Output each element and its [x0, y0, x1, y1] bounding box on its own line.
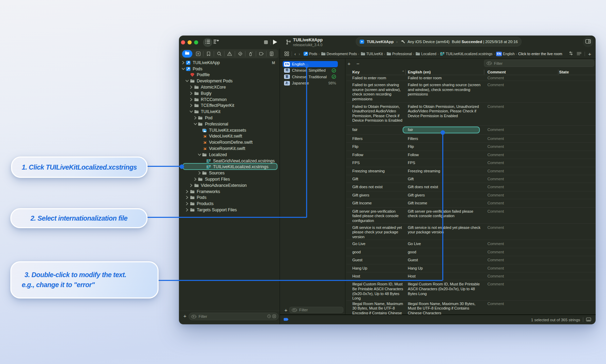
comment-cell[interactable]: Comment: [484, 272, 558, 280]
chevron-right-icon[interactable]: [185, 208, 190, 212]
string-row-10[interactable]: GiftGiftComment: [346, 175, 596, 183]
string-row-4[interactable]: fairfairComment: [346, 126, 596, 135]
key-cell[interactable]: fair: [346, 126, 405, 134]
bookmark-icon[interactable]: [206, 51, 211, 57]
comment-cell[interactable]: Comment: [484, 264, 558, 272]
comment-cell[interactable]: Comment: [484, 256, 558, 264]
comment-cell[interactable]: Comment: [484, 280, 558, 289]
english-cell[interactable]: good: [405, 248, 484, 256]
comment-cell[interactable]: Comment: [484, 103, 558, 111]
key-cell[interactable]: Flip: [346, 143, 405, 151]
english-cell[interactable]: Flip: [405, 143, 484, 151]
editor-sparkle-icon[interactable]: [213, 39, 219, 45]
key-cell[interactable]: Hang Up: [346, 264, 405, 272]
string-row-12[interactable]: Gift giversGift giversComment: [346, 191, 596, 199]
key-cell[interactable]: Failed to enter room: [346, 75, 405, 81]
english-cell[interactable]: Filters: [405, 135, 484, 143]
comment-cell[interactable]: Comment: [484, 167, 558, 175]
key-cell[interactable]: FPS: [346, 159, 405, 167]
column-separator[interactable]: [405, 70, 406, 74]
chevron-right-icon[interactable]: [181, 61, 185, 64]
comment-cell[interactable]: Comment: [484, 301, 558, 308]
chevron-right-icon[interactable]: [189, 85, 194, 89]
toggle-inspector-button[interactable]: [583, 37, 593, 47]
warning-icon[interactable]: [227, 51, 232, 57]
related-items-icon[interactable]: [284, 51, 289, 56]
close-window-button[interactable]: [181, 40, 185, 44]
jumpbar-add-button[interactable]: +: [588, 51, 591, 57]
column-header-state[interactable]: State: [559, 70, 569, 74]
comment-cell[interactable]: Comment: [484, 159, 558, 167]
tree-item-videolivekit-swift[interactable]: VideoLiveKit.swift: [179, 133, 280, 140]
build-status[interactable]: Build Succeeded | 2025/9/18 at 20:16: [452, 40, 518, 44]
jumpbar-segment-tuilivekit[interactable]: TUILiveKit: [361, 51, 383, 56]
tag-icon[interactable]: [259, 51, 264, 57]
string-row-2[interactable]: Failed to get screen sharing source (scr…: [346, 81, 596, 103]
string-row-16[interactable]: Go LiveGo LiveComment: [346, 240, 596, 248]
tree-item-bugly[interactable]: Bugly: [179, 90, 280, 97]
string-row-6[interactable]: FlipFlipComment: [346, 143, 596, 151]
doc-icon[interactable]: [269, 51, 274, 57]
chevron-right-icon[interactable]: [189, 98, 194, 101]
chevron-right-icon[interactable]: [185, 202, 190, 205]
tree-item-voiceroomkit-swift[interactable]: VoiceRoomKit.swift: [179, 145, 280, 152]
english-cell[interactable]: Gift: [405, 175, 484, 183]
english-cell[interactable]: Freezing streaming: [405, 167, 484, 175]
jumpbar-segment-localized[interactable]: Localized: [415, 51, 436, 56]
chevron-down-icon[interactable]: [197, 153, 202, 156]
tree-item-tuilivekitapp[interactable]: TUILiveKitAppM: [179, 60, 280, 66]
string-row-9[interactable]: Freezing streamingFreezing streamingComm…: [346, 167, 596, 175]
string-row-7[interactable]: FollowFollowComment: [346, 151, 596, 159]
string-row-3[interactable]: Failed to Obtain Permission, Unauthorize…: [346, 103, 596, 126]
chevron-right-icon[interactable]: [185, 190, 190, 193]
string-row-1[interactable]: Failed to enter roomFailed to enter room…: [346, 75, 596, 81]
english-cell[interactable]: Illegal Custom Room ID, Must Be Printabl…: [405, 280, 484, 298]
key-cell[interactable]: Host: [346, 272, 405, 280]
language-table-separator[interactable]: [345, 58, 346, 314]
magnifier-icon[interactable]: [216, 51, 222, 57]
chevron-right-icon[interactable]: [197, 171, 202, 175]
string-row-18[interactable]: GuestGuestComment: [346, 256, 596, 264]
string-row-13[interactable]: Gift IncomeGift IncomeComment: [346, 199, 596, 207]
tree-item-tuilivekit-xcassets[interactable]: TUILiveKit.xcassets: [179, 127, 280, 133]
run-button[interactable]: [273, 40, 277, 44]
language-add-button[interactable]: +: [284, 307, 287, 313]
destination-name[interactable]: Any iOS Device (arm64): [407, 40, 450, 44]
tree-item-targets-support-files[interactable]: Targets Support Files: [179, 207, 280, 213]
zoom-window-button[interactable]: [194, 40, 198, 44]
string-row-8[interactable]: FPSFPSComment: [346, 159, 596, 167]
chevron-down-icon[interactable]: [189, 110, 194, 113]
chevron-down-icon[interactable]: [185, 80, 190, 82]
jumpbar-segment-tuilivekitlocalized-xcstrings[interactable]: TUILiveKitLocalized.xcstrings: [440, 51, 493, 56]
english-cell[interactable]: Host: [405, 272, 484, 280]
key-cell[interactable]: Failed to Obtain Permission, Unauthorize…: [346, 103, 405, 125]
column-header-english[interactable]: English (en): [408, 70, 431, 74]
go-forward-button[interactable]: ›: [299, 51, 300, 57]
english-cell[interactable]: Gift givers: [405, 191, 484, 199]
tree-item-localized[interactable]: Localized: [179, 152, 280, 158]
tree-item-voiceroomdefine-swift[interactable]: VoiceRoomDefine.swift: [179, 139, 280, 145]
string-row-5[interactable]: FiltersFiltersComment: [346, 135, 596, 143]
remove-string-button[interactable]: −: [356, 61, 360, 67]
key-cell[interactable]: Illegal Custom Room ID, Must Be Printabl…: [346, 280, 405, 300]
key-cell[interactable]: good: [346, 248, 405, 256]
string-row-19[interactable]: Hang UpHang UpComment: [346, 264, 596, 272]
language-chinese-simplified[interactable]: 简Chinese, Simplified: [283, 67, 338, 73]
key-cell[interactable]: Guest: [346, 256, 405, 264]
string-row-15[interactable]: Gift service is not enabled yet please c…: [346, 224, 596, 240]
tree-item-seatgridviewlocalized-xcstrings[interactable]: SeatGridViewLocalized.xcstrings: [179, 158, 280, 164]
comment-cell[interactable]: Comment: [484, 191, 558, 199]
english-cell[interactable]: Gift Income: [405, 199, 484, 207]
string-row-17[interactable]: goodgoodComment: [346, 248, 596, 256]
english-cell[interactable]: Gift does not exist: [405, 183, 484, 191]
comment-cell[interactable]: Comment: [484, 143, 558, 151]
chevron-down-icon[interactable]: [193, 123, 198, 125]
key-cell[interactable]: Follow: [346, 151, 405, 159]
english-cell[interactable]: Go Live: [405, 240, 484, 248]
english-cell[interactable]: Illegal Room Name, Maximum 30 Bytes, Mus…: [405, 301, 484, 314]
clock-icon[interactable]: [267, 314, 271, 319]
tree-item-professional[interactable]: Professional: [179, 121, 280, 127]
chevron-right-icon[interactable]: [189, 104, 194, 107]
language-chinese-traditional[interactable]: 繁Chinese, Traditional: [283, 74, 338, 80]
tree-item-pods[interactable]: Pods: [179, 66, 280, 72]
